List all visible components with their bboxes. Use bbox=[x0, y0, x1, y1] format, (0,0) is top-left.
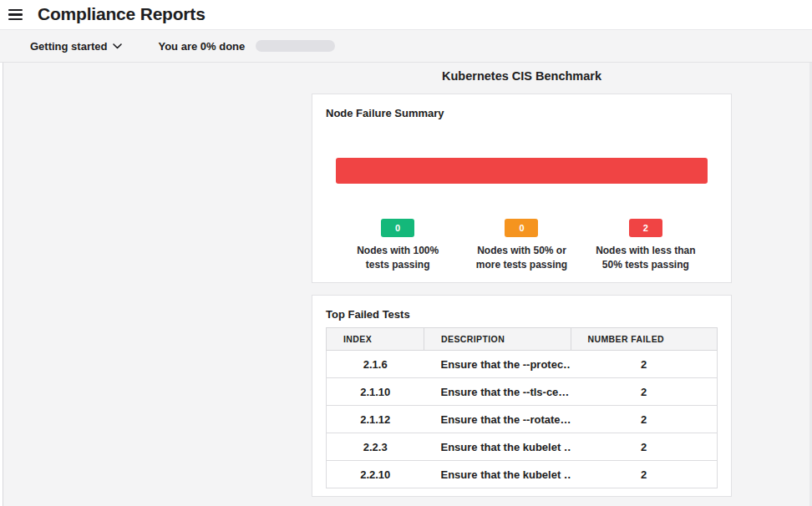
status-badge: 0 bbox=[381, 219, 414, 237]
status-badge: 0 bbox=[505, 219, 538, 237]
cell-index: 2.2.3 bbox=[327, 433, 424, 461]
node-failure-summary-card: Node Failure Summary 0 Nodes with 100% t… bbox=[312, 94, 732, 283]
status-badge: 2 bbox=[629, 219, 662, 237]
top-failed-tests-title: Top Failed Tests bbox=[326, 308, 718, 321]
report-column: Kubernetes CIS Benchmark Node Failure Su… bbox=[312, 63, 732, 497]
top-failed-tests-table: INDEX DESCRIPTION NUMBER FAILED 2.1.6 En… bbox=[326, 327, 718, 488]
cell-index: 2.1.10 bbox=[327, 378, 424, 406]
stat-label: Nodes with less than 50% tests passing bbox=[592, 244, 699, 272]
stat-label: Nodes with 50% or more tests passing bbox=[468, 244, 575, 272]
table-row: 2.2.10 Ensure that the kubelet … 2 bbox=[327, 461, 718, 488]
table-row: 2.1.12 Ensure that the --rotate… 2 bbox=[327, 406, 718, 433]
left-panel-edge bbox=[0, 63, 3, 506]
node-failure-summary-title: Node Failure Summary bbox=[326, 107, 718, 119]
node-failure-stats: 0 Nodes with 100% tests passing 0 Nodes … bbox=[336, 219, 708, 272]
stat-nodes-less-50pct-passing: 2 Nodes with less than 50% tests passing bbox=[584, 219, 708, 272]
table-header-row: INDEX DESCRIPTION NUMBER FAILED bbox=[327, 328, 718, 351]
cell-description: Ensure that the --rotate… bbox=[424, 406, 571, 433]
cell-number-failed: 2 bbox=[571, 406, 718, 433]
content-area: Kubernetes CIS Benchmark Node Failure Su… bbox=[0, 63, 812, 506]
col-header-index: INDEX bbox=[327, 328, 424, 351]
getting-started-bar: Getting started You are 0% done bbox=[0, 29, 812, 63]
stat-nodes-100pct-passing: 0 Nodes with 100% tests passing bbox=[336, 219, 459, 272]
benchmark-title: Kubernetes CIS Benchmark bbox=[312, 69, 732, 83]
menu-icon[interactable] bbox=[8, 9, 23, 21]
cell-description: Ensure that the --tls-ce… bbox=[424, 378, 571, 406]
cell-description: Ensure that the --protec… bbox=[424, 351, 571, 378]
col-header-number-failed: NUMBER FAILED bbox=[571, 328, 718, 351]
stat-nodes-50pct-or-more-passing: 0 Nodes with 50% or more tests passing bbox=[459, 219, 583, 272]
table-row: 2.2.3 Ensure that the kubelet … 2 bbox=[327, 433, 718, 461]
getting-started-label: Getting started bbox=[30, 40, 107, 53]
col-header-description: DESCRIPTION bbox=[424, 328, 571, 351]
table-row: 2.1.6 Ensure that the --protec… 2 bbox=[327, 351, 718, 378]
cell-index: 2.2.10 bbox=[327, 461, 424, 488]
stat-label: Nodes with 100% tests passing bbox=[344, 244, 451, 272]
cell-index: 2.1.6 bbox=[327, 351, 424, 378]
node-failure-bar bbox=[336, 158, 708, 184]
getting-started-dropdown[interactable]: Getting started bbox=[30, 40, 122, 53]
page-title: Compliance Reports bbox=[38, 4, 206, 24]
progress-bar bbox=[256, 40, 335, 52]
app-header: Compliance Reports bbox=[0, 0, 812, 29]
progress-text: You are 0% done bbox=[158, 40, 245, 53]
cell-number-failed: 2 bbox=[571, 351, 718, 378]
cell-number-failed: 2 bbox=[571, 433, 718, 461]
cell-number-failed: 2 bbox=[571, 461, 718, 488]
cell-description: Ensure that the kubelet … bbox=[424, 461, 571, 488]
cell-number-failed: 2 bbox=[571, 378, 718, 406]
cell-description: Ensure that the kubelet … bbox=[424, 433, 571, 461]
cell-index: 2.1.12 bbox=[327, 406, 424, 433]
table-row: 2.1.10 Ensure that the --tls-ce… 2 bbox=[327, 378, 718, 406]
top-failed-tests-card: Top Failed Tests INDEX DESCRIPTION NUMBE… bbox=[312, 295, 732, 497]
chevron-down-icon bbox=[113, 43, 122, 49]
